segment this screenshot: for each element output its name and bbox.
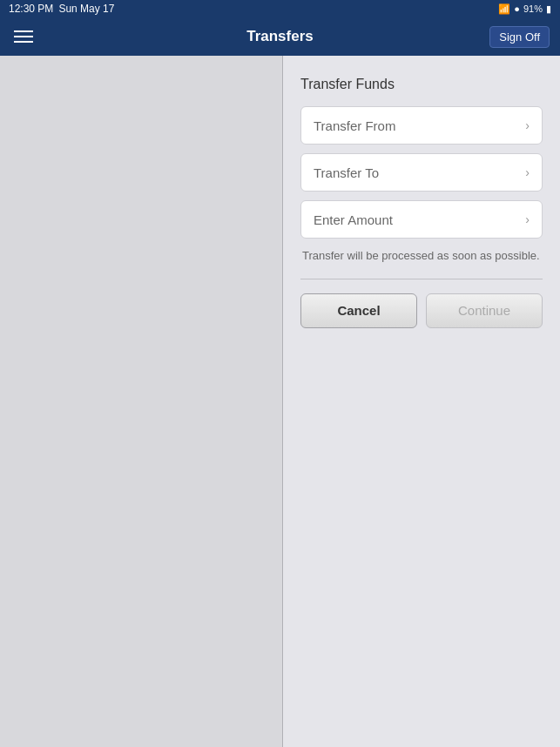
status-bar-left: 12:30 PM Sun May 17 <box>9 3 114 15</box>
enter-amount-label: Enter Amount <box>314 212 393 227</box>
button-row: Cancel Continue <box>300 293 543 328</box>
enter-amount-chevron: › <box>525 212 530 226</box>
continue-button: Continue <box>426 293 543 328</box>
transfer-from-label: Transfer From <box>314 118 395 133</box>
transfer-from-chevron: › <box>525 118 530 132</box>
main-content: Transfer Funds Transfer From › Transfer … <box>0 56 560 747</box>
hamburger-line <box>14 30 33 32</box>
hamburger-line <box>14 36 33 37</box>
battery-icon: ▮ <box>546 3 551 15</box>
transfer-from-field[interactable]: Transfer From › <box>300 106 543 145</box>
enter-amount-field[interactable]: Enter Amount › <box>300 200 543 239</box>
menu-button[interactable] <box>10 27 37 46</box>
wifi-icon: 📶 <box>498 3 510 15</box>
divider <box>300 279 543 279</box>
nav-bar: Transfers Sign Off <box>0 17 560 56</box>
status-time: 12:30 PM <box>9 3 53 15</box>
status-bar-right: 📶 ● 91% ▮ <box>498 3 551 15</box>
status-date: Sun May 17 <box>58 3 114 15</box>
section-title: Transfer Funds <box>300 77 543 92</box>
transfer-to-field[interactable]: Transfer To › <box>300 153 543 192</box>
sign-off-button[interactable]: Sign Off <box>489 26 550 48</box>
right-panel: Transfer Funds Transfer From › Transfer … <box>283 56 560 747</box>
signal-icon: ● <box>514 3 520 14</box>
hamburger-line <box>14 41 33 43</box>
cancel-button[interactable]: Cancel <box>300 293 417 328</box>
transfer-to-label: Transfer To <box>314 165 379 180</box>
nav-title: Transfers <box>246 28 314 45</box>
status-bar: 12:30 PM Sun May 17 📶 ● 91% ▮ <box>0 0 560 17</box>
transfer-note: Transfer will be processed as soon as po… <box>300 247 543 265</box>
left-panel <box>0 56 283 747</box>
transfer-to-chevron: › <box>525 165 530 179</box>
battery-level: 91% <box>523 3 543 14</box>
